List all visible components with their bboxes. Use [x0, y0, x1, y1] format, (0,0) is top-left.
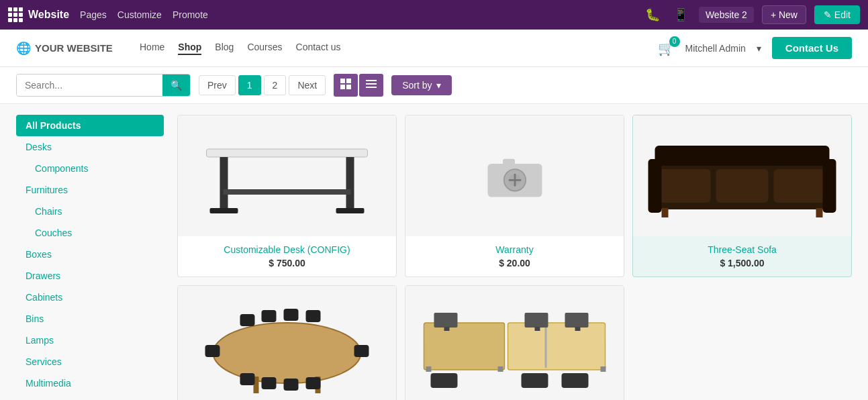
website-selector[interactable]: Website 2 — [699, 7, 754, 23]
sidebar-item-lamps[interactable]: Lamps — [16, 330, 164, 351]
product-card-meeting-table[interactable]: Large Meeting Table $ 40,000.00 — [177, 285, 397, 400]
svg-rect-4 — [366, 80, 377, 81]
svg-rect-16 — [503, 159, 515, 165]
admin-logo[interactable]: Website — [8, 7, 69, 22]
product-name-desk: Customizable Desk (CONFIG) — [186, 244, 388, 255]
admin-nav: Pages Customize Promote — [80, 9, 632, 20]
svg-rect-45 — [444, 327, 450, 331]
new-button[interactable]: + New — [762, 5, 806, 24]
product-card-warranty[interactable]: Warranty $ 20.00 — [405, 115, 624, 277]
site-logo[interactable]: 🌐 YOUR WEBSITE — [16, 41, 124, 56]
bug-icon-button[interactable]: 🐛 — [642, 5, 663, 25]
svg-rect-33 — [284, 309, 299, 321]
grid-view-button[interactable] — [334, 74, 358, 97]
svg-rect-10 — [346, 157, 354, 211]
svg-rect-24 — [648, 159, 662, 213]
sort-by-button[interactable]: Sort by ▾ — [391, 75, 451, 95]
site-logo-text: YOUR WEBSITE — [35, 42, 113, 54]
svg-rect-34 — [306, 310, 321, 322]
svg-point-28 — [213, 323, 361, 383]
user-dropdown-icon[interactable]: ▾ — [757, 43, 761, 54]
svg-rect-39 — [205, 345, 220, 357]
view-toggle — [334, 74, 383, 97]
main-content: All Products Desks Components Furnitures… — [0, 104, 868, 400]
sidebar-item-desks[interactable]: Desks — [16, 136, 164, 158]
search-icon: 🔍 — [171, 80, 182, 91]
sidebar-item-all-products[interactable]: All Products — [16, 115, 164, 136]
svg-rect-7 — [207, 149, 368, 157]
list-view-button[interactable] — [359, 74, 383, 97]
search-button[interactable]: 🔍 — [162, 74, 190, 96]
svg-rect-12 — [224, 189, 351, 195]
search-bar: 🔍 Prev 1 2 Next Sort by ▾ — [0, 67, 868, 104]
svg-rect-41 — [424, 323, 505, 370]
svg-rect-2 — [340, 85, 345, 89]
sidebar-item-boxes[interactable]: Boxes — [16, 244, 164, 265]
sidebar-item-multimedia[interactable]: Multimedia — [16, 372, 164, 394]
svg-rect-49 — [575, 327, 581, 331]
page-2-button[interactable]: 2 — [264, 75, 287, 95]
product-info-warranty: Warranty $ 20.00 — [405, 236, 624, 277]
product-price-desk: $ 750.00 — [186, 258, 388, 268]
next-button[interactable]: Next — [289, 75, 326, 95]
grid-view-icon — [340, 80, 351, 91]
svg-rect-50 — [431, 373, 458, 388]
product-price-sofa: $ 1,500.00 — [641, 258, 843, 268]
site-header: 🌐 YOUR WEBSITE Home Shop Blog Courses Co… — [0, 30, 868, 67]
admin-nav-pages[interactable]: Pages — [80, 9, 107, 20]
sidebar-item-couches[interactable]: Couches — [16, 222, 164, 244]
globe-icon: 🌐 — [16, 41, 31, 56]
svg-rect-21 — [716, 169, 769, 203]
admin-nav-promote[interactable]: Promote — [173, 9, 208, 20]
svg-rect-37 — [284, 379, 299, 391]
svg-rect-8 — [220, 157, 228, 211]
sidebar-item-drawers[interactable]: Drawers — [16, 265, 164, 287]
page-1-button[interactable]: 1 — [238, 75, 261, 95]
svg-rect-6 — [366, 87, 377, 88]
sidebar-item-furnitures[interactable]: Furnitures — [16, 179, 164, 201]
edit-button[interactable]: ✎ Edit — [814, 5, 860, 24]
svg-rect-22 — [774, 169, 826, 203]
product-info-desk: Customizable Desk (CONFIG) $ 750.00 — [178, 236, 396, 277]
svg-rect-25 — [823, 159, 836, 213]
product-image-sofa — [633, 115, 851, 236]
svg-rect-3 — [346, 85, 351, 89]
nav-courses[interactable]: Courses — [247, 42, 282, 55]
nav-shop[interactable]: Shop — [178, 42, 201, 55]
admin-bar-right: 🐛 📱 Website 2 + New ✎ Edit — [642, 5, 860, 25]
mobile-icon-button[interactable]: 📱 — [671, 5, 691, 25]
sidebar-item-services[interactable]: Services — [16, 351, 164, 372]
product-card-sofa[interactable]: Three-Seat Sofa $ 1,500.00 — [632, 115, 852, 277]
svg-rect-51 — [522, 373, 548, 388]
sidebar-item-bins[interactable]: Bins — [16, 308, 164, 330]
search-wrap: 🔍 — [16, 74, 191, 97]
product-image-meeting-table — [178, 286, 396, 400]
sidebar-item-cabinets[interactable]: Cabinets — [16, 287, 164, 308]
list-view-icon — [366, 80, 377, 91]
svg-rect-20 — [659, 169, 711, 203]
search-input[interactable] — [17, 75, 162, 95]
cart-icon[interactable]: 🛒 0 — [658, 40, 675, 56]
sidebar-item-components[interactable]: Components — [16, 158, 164, 179]
sidebar-item-chairs[interactable]: Chairs — [16, 201, 164, 222]
nav-home[interactable]: Home — [140, 42, 164, 55]
admin-logo-text: Website — [28, 9, 69, 21]
product-card-four-person-desk[interactable]: Four Person Desk $ 23,500.00 — [405, 285, 624, 400]
pagination: Prev 1 2 Next — [199, 75, 326, 95]
admin-nav-customize[interactable]: Customize — [117, 9, 162, 20]
svg-rect-42 — [508, 323, 606, 370]
site-header-right: 🛒 0 Mitchell Admin ▾ Contact Us — [658, 37, 852, 59]
product-card-desk[interactable]: Customizable Desk (CONFIG) $ 750.00 — [177, 115, 397, 277]
placeholder-camera-icon — [405, 115, 624, 236]
svg-rect-46 — [525, 313, 548, 328]
nav-contact-us[interactable]: Contact us — [296, 42, 341, 55]
product-image-warranty — [405, 115, 624, 236]
nav-blog[interactable]: Blog — [215, 42, 234, 55]
admin-user[interactable]: Mitchell Admin — [685, 43, 746, 54]
contact-us-button[interactable]: Contact Us — [772, 37, 852, 59]
prev-button[interactable]: Prev — [199, 75, 236, 95]
grid-icon — [8, 7, 23, 22]
product-image-four-person-desk — [405, 286, 624, 400]
product-image-desk — [178, 115, 396, 236]
svg-rect-44 — [434, 313, 458, 328]
